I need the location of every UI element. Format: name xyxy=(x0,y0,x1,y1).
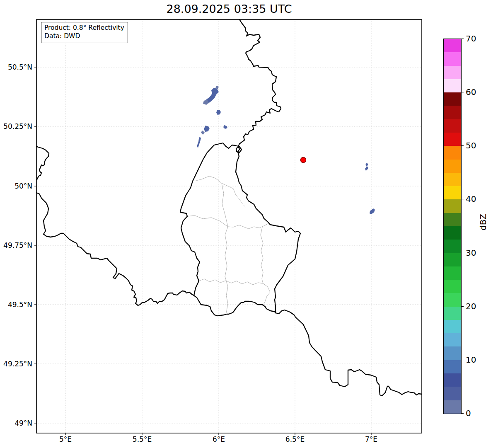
colorbar-segment xyxy=(444,213,461,226)
radar-figure: 28.09.2025 03:35 UTC Product: 0.8° Refle… xyxy=(0,0,498,448)
radar-echo xyxy=(216,110,221,115)
radar-echo xyxy=(201,131,205,135)
colorbar-segment xyxy=(444,360,461,373)
colorbar-segment xyxy=(444,307,461,320)
colorbar-segment xyxy=(444,253,461,266)
colorbar-segment xyxy=(444,199,461,213)
canton-border xyxy=(225,227,228,315)
colorbar-tick-label: 30 xyxy=(466,248,476,258)
country-border xyxy=(180,143,238,295)
country-border xyxy=(36,146,49,179)
colorbar-segment xyxy=(444,66,461,79)
colorbar-segment xyxy=(444,387,461,400)
canton-border xyxy=(261,227,263,283)
y-tick-label: 50.25°N xyxy=(0,122,32,131)
colorbar-tick-label: 40 xyxy=(466,194,476,204)
x-tick-label: 5.5°E xyxy=(133,435,152,443)
canton-border xyxy=(199,279,263,285)
colorbar-tick-label: 0 xyxy=(466,408,471,418)
canton-border xyxy=(187,216,228,227)
colorbar-segment xyxy=(444,52,461,65)
country-border xyxy=(276,310,422,396)
colorbar-segment xyxy=(444,173,461,186)
product-annotation: Product: 0.8° Reflectivity Data: DWD xyxy=(41,22,128,43)
colorbar xyxy=(443,39,462,414)
colorbar-tick xyxy=(461,199,464,199)
radar-echo xyxy=(370,208,375,214)
y-tick-label: 49.75°N xyxy=(0,241,32,249)
colorbar-segment xyxy=(444,280,461,293)
colorbar-segment xyxy=(444,333,461,346)
colorbar-segment xyxy=(444,293,461,306)
map-plot xyxy=(36,19,422,433)
canton-border xyxy=(222,183,228,227)
canton-border xyxy=(228,223,268,229)
colorbar-segment xyxy=(444,186,461,199)
y-tick-label: 49.25°N xyxy=(0,360,32,368)
colorbar-segment xyxy=(444,92,461,106)
canton-border xyxy=(233,189,246,208)
colorbar-segment xyxy=(444,266,461,280)
colorbar-tick xyxy=(461,413,464,414)
colorbar-segment xyxy=(444,133,461,146)
country-border xyxy=(238,19,281,146)
colorbar-unit-label: dBZ xyxy=(478,214,488,230)
y-tick-label: 50°N xyxy=(0,182,32,190)
colorbar-segment xyxy=(444,373,461,387)
canton-border xyxy=(263,283,270,305)
colorbar-segment xyxy=(444,119,461,133)
y-tick-label: 49.5°N xyxy=(0,300,32,309)
colorbar-tick-label: 10 xyxy=(466,355,476,365)
canton-border xyxy=(195,176,233,189)
colorbar-tick-label: 60 xyxy=(466,87,476,97)
colorbar-tick xyxy=(461,92,464,92)
colorbar-tick-label: 70 xyxy=(466,34,476,44)
colorbar-tick xyxy=(461,253,464,253)
country-border xyxy=(194,295,276,316)
colorbar-segment xyxy=(444,106,461,119)
colorbar-segment xyxy=(444,240,461,253)
colorbar-segment xyxy=(444,39,461,52)
radar-echo xyxy=(365,163,368,171)
colorbar-segment xyxy=(444,79,461,92)
colorbar-tick xyxy=(461,39,464,39)
annotation-product-line: Product: 0.8° Reflectivity xyxy=(44,24,124,32)
x-tick-label: 6.5°E xyxy=(285,435,305,443)
colorbar-segment xyxy=(444,146,461,159)
colorbar-tick-label: 50 xyxy=(466,140,476,150)
annotation-data-line: Data: DWD xyxy=(44,32,124,40)
radar-echo xyxy=(223,125,227,129)
colorbar-segment xyxy=(444,400,461,414)
x-tick-label: 5°E xyxy=(59,435,72,443)
colorbar-tick xyxy=(461,306,464,307)
y-tick-label: 49°N xyxy=(0,419,32,427)
x-tick-label: 7°E xyxy=(365,435,377,443)
country-border xyxy=(36,193,194,305)
colorbar-segment xyxy=(444,346,461,360)
colorbar-tick-label: 20 xyxy=(466,301,476,311)
radar-echo xyxy=(197,137,201,148)
x-tick-label: 6°E xyxy=(213,435,225,443)
colorbar-segment xyxy=(444,320,461,333)
colorbar-segment xyxy=(444,226,461,240)
colorbar-segment xyxy=(444,160,461,173)
colorbar-tick xyxy=(461,360,464,360)
radar-site-marker xyxy=(301,157,306,163)
plot-frame xyxy=(36,19,422,433)
colorbar-tick xyxy=(461,145,464,146)
y-tick-label: 50.5°N xyxy=(0,63,32,71)
map-canvas xyxy=(36,19,422,433)
figure-title: 28.09.2025 03:35 UTC xyxy=(36,2,422,15)
